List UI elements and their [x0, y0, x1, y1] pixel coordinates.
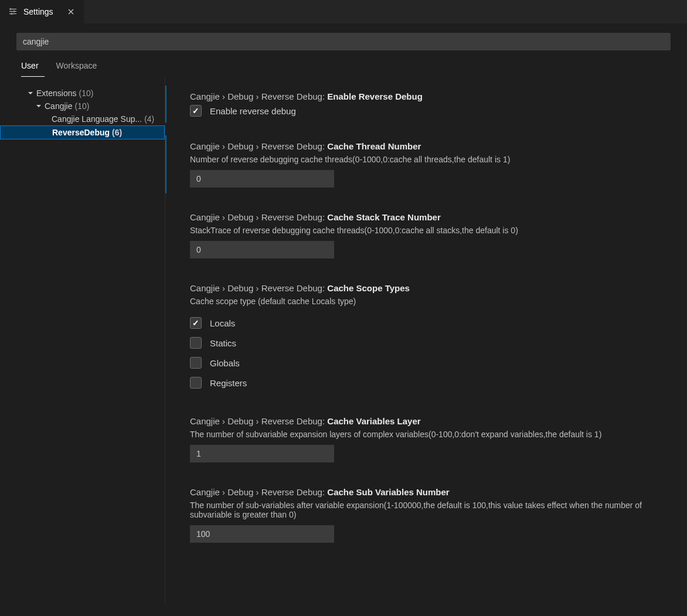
tab-bar: Settings	[0, 0, 687, 23]
search-input[interactable]	[16, 33, 671, 50]
close-icon[interactable]	[66, 7, 76, 16]
svg-point-1	[13, 11, 15, 12]
tree-label: Cangjie	[45, 101, 72, 111]
settings-body: Cangjie › Debug › Reverse Debug: Enable …	[165, 77, 687, 605]
svg-point-2	[11, 13, 12, 14]
scope-tab-workspace[interactable]: Workspace	[56, 56, 103, 77]
setting-description: Cache scope type (default cache Locals t…	[190, 297, 676, 306]
scope-tabs: User Workspace	[0, 56, 687, 77]
checkbox-enable-reverse-debug[interactable]	[190, 105, 202, 117]
settings-icon	[8, 7, 18, 16]
tab-title: Settings	[23, 7, 53, 16]
setting-cache-sub-variables-number: Cangjie › Debug › Reverse Debug: Cache S…	[165, 481, 687, 549]
tree-count: (6)	[112, 128, 122, 137]
tree-count: (10)	[79, 89, 93, 98]
tree-label: Cangjie Language Sup...	[52, 114, 142, 124]
setting-title: Cangjie › Debug › Reverse Debug: Cache S…	[190, 283, 676, 293]
setting-title: Cangjie › Debug › Reverse Debug: Cache S…	[190, 487, 676, 497]
setting-description: The number of subvariable expansion laye…	[190, 430, 676, 439]
chevron-down-icon	[34, 101, 43, 111]
checkbox-label: Statics	[210, 338, 236, 348]
checkbox-locals[interactable]	[190, 317, 202, 329]
search-row	[0, 23, 687, 56]
setting-cache-variables-layer: Cangjie › Debug › Reverse Debug: Cache V…	[165, 410, 687, 468]
checkbox-statics[interactable]	[190, 337, 202, 349]
svg-point-0	[10, 8, 11, 9]
tree-count: (4)	[144, 114, 154, 124]
tree-count: (10)	[74, 101, 89, 111]
checkbox-registers[interactable]	[190, 377, 202, 389]
tree-item-cangjie[interactable]: Cangjie (10)	[0, 100, 165, 113]
setting-title: Cangjie › Debug › Reverse Debug: Enable …	[190, 91, 676, 101]
setting-cache-thread-number: Cangjie › Debug › Reverse Debug: Cache T…	[165, 135, 687, 193]
setting-description: Number of reverse debugging cache thread…	[190, 155, 676, 164]
tree-item-extensions[interactable]: Extensions (10)	[0, 87, 165, 100]
tree-label: Extensions	[36, 89, 76, 98]
setting-enable-reverse-debug: Cangjie › Debug › Reverse Debug: Enable …	[165, 86, 687, 122]
checkbox-label: Enable reverse debug	[210, 106, 296, 116]
checkbox-globals[interactable]	[190, 357, 202, 369]
setting-title: Cangjie › Debug › Reverse Debug: Cache T…	[190, 141, 676, 151]
setting-description: StackTrace of reverse debugging cache th…	[190, 226, 676, 235]
input-cache-sub-variables-number[interactable]	[190, 525, 334, 543]
input-cache-stack-trace-number[interactable]	[190, 241, 334, 258]
setting-title: Cangjie › Debug › Reverse Debug: Cache S…	[190, 212, 676, 222]
setting-cache-stack-trace-number: Cangjie › Debug › Reverse Debug: Cache S…	[165, 206, 687, 264]
input-cache-thread-number[interactable]	[190, 170, 334, 188]
tab-settings[interactable]: Settings	[0, 0, 84, 23]
input-cache-variables-layer[interactable]	[190, 445, 334, 462]
setting-title: Cangjie › Debug › Reverse Debug: Cache V…	[190, 416, 676, 426]
tree-item-language-support[interactable]: Cangjie Language Sup... (4)	[0, 113, 165, 125]
tree-item-reverse-debug[interactable]: ReverseDebug (6)	[0, 125, 165, 139]
tree-label: ReverseDebug	[52, 128, 110, 137]
setting-cache-scope-types: Cangjie › Debug › Reverse Debug: Cache S…	[165, 277, 687, 397]
settings-tree: Extensions (10) Cangjie (10) Cangjie Lan…	[0, 77, 165, 605]
checkbox-label: Locals	[210, 318, 235, 328]
chevron-down-icon	[26, 89, 35, 98]
scope-tab-user[interactable]: User	[21, 56, 45, 77]
setting-description: The number of sub-variables after variab…	[190, 501, 676, 519]
checkbox-label: Registers	[210, 378, 247, 388]
checkbox-label: Globals	[210, 358, 240, 368]
